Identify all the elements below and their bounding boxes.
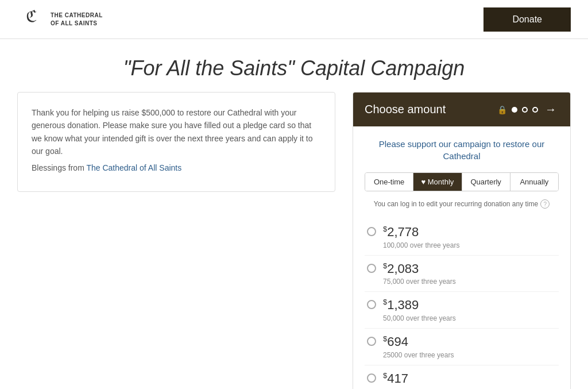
- radio-circle: [367, 264, 376, 273]
- left-panel-para2: Blessings from The Cathedral of All Sain…: [32, 161, 321, 174]
- choose-amount-title: Choose amount: [365, 103, 446, 116]
- page-header: ℭ THE CATHEDRAL OF ALL SAINTS Donate: [0, 0, 588, 39]
- amount-info: $1,389 50,000 over three years: [383, 298, 456, 322]
- lock-icon: 🔒: [497, 105, 507, 114]
- right-panel: Choose amount 🔒 → Please support our cam…: [353, 92, 571, 389]
- login-note: You can log in to edit your recurring do…: [365, 199, 559, 209]
- tab-monthly[interactable]: ♥ Monthly: [413, 173, 462, 191]
- logo-icon: ℭ: [17, 5, 46, 34]
- donate-button[interactable]: Donate: [483, 7, 571, 32]
- amount-option[interactable]: $2,778 100,000 over three years: [365, 219, 559, 256]
- amount-option[interactable]: $417 15000 over three years: [365, 365, 559, 389]
- svg-text:ℭ: ℭ: [26, 7, 37, 25]
- logo-text: THE CATHEDRAL OF ALL SAINTS: [51, 11, 103, 28]
- amount-value: $417: [383, 371, 454, 387]
- cathedral-link: The Cathedral of All Saints: [86, 163, 181, 172]
- radio-circle: [367, 227, 376, 236]
- left-panel: Thank you for helping us raise $500,000 …: [17, 92, 335, 192]
- right-panel-body: Please support our campaign to restore o…: [353, 126, 570, 389]
- logo-area: ℭ THE CATHEDRAL OF ALL SAINTS: [17, 5, 103, 34]
- step-dot-1: [512, 107, 517, 113]
- main-content: Thank you for helping us raise $500,000 …: [0, 92, 588, 389]
- amount-options: $2,778 100,000 over three years $2,083 7…: [365, 219, 559, 389]
- amount-info: $417 15000 over three years: [383, 371, 454, 389]
- tab-annually[interactable]: Annually: [510, 173, 558, 191]
- amount-value: $694: [383, 334, 454, 350]
- step-dot-2: [522, 107, 528, 113]
- amount-info: $694 25000 over three years: [383, 334, 454, 359]
- header-icons: 🔒 →: [497, 103, 559, 116]
- info-icon: ?: [540, 199, 550, 209]
- left-panel-para1: Thank you for helping us raise $500,000 …: [32, 106, 321, 158]
- next-step-button[interactable]: →: [543, 103, 559, 116]
- amount-desc: 50,000 over three years: [383, 314, 456, 322]
- amount-value: $2,778: [383, 225, 459, 240]
- page-title-section: "For All the Saints" Capital Campaign: [0, 39, 588, 92]
- radio-circle: [367, 300, 376, 309]
- amount-value: $1,389: [383, 298, 456, 313]
- amount-option[interactable]: $694 25000 over three years: [365, 329, 559, 365]
- amount-desc: 25000 over three years: [383, 351, 454, 359]
- step-dot-3: [532, 107, 538, 113]
- amount-desc: 75,000 over three years: [383, 278, 456, 286]
- amount-option[interactable]: $2,083 75,000 over three years: [365, 256, 559, 292]
- choose-amount-header: Choose amount 🔒 →: [353, 93, 570, 126]
- radio-circle: [367, 373, 376, 383]
- amount-option[interactable]: $1,389 50,000 over three years: [365, 292, 559, 329]
- tab-one-time[interactable]: One-time: [365, 173, 413, 191]
- amount-desc: 100,000 over three years: [383, 241, 459, 249]
- amount-info: $2,778 100,000 over three years: [383, 225, 459, 249]
- page-title: "For All the Saints" Capital Campaign: [11, 56, 577, 80]
- amount-value: $2,083: [383, 261, 456, 277]
- tab-quarterly[interactable]: Quarterly: [462, 173, 510, 191]
- campaign-subtitle: Please support our campaign to restore o…: [365, 138, 559, 162]
- frequency-tabs: One-time ♥ Monthly Quarterly Annually: [365, 172, 559, 191]
- radio-circle: [367, 337, 376, 346]
- amount-info: $2,083 75,000 over three years: [383, 261, 456, 286]
